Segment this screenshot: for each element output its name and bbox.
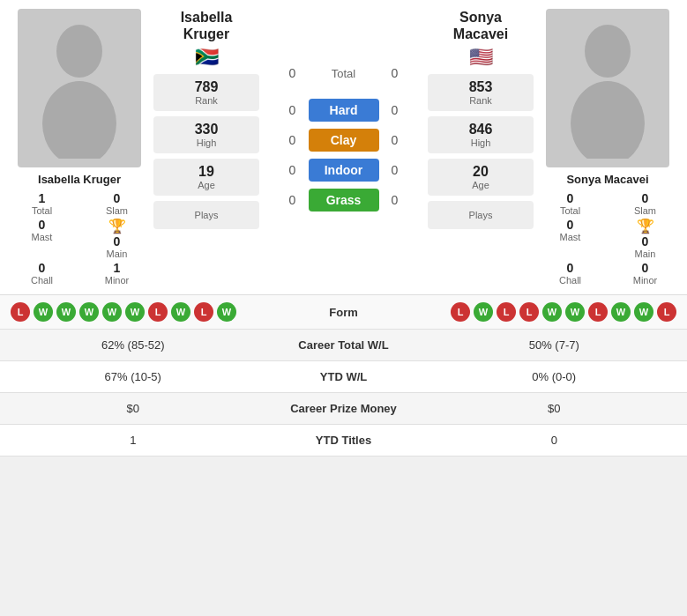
player2-flag: 🇺🇸	[469, 46, 493, 69]
player1-name-center: IsabellaKruger	[181, 9, 233, 42]
player1-main-cell: 🏆 0 Main	[84, 218, 150, 259]
player1-high-value: 330	[168, 122, 245, 137]
player1-high-label: High	[168, 137, 245, 148]
form-label: Form	[256, 306, 432, 319]
hard-right-score: 0	[386, 103, 404, 117]
player1-rank-value: 789	[168, 79, 245, 95]
total-left-score: 0	[284, 66, 302, 80]
stat-center-label: YTD W/L	[256, 370, 432, 383]
form-left: LWWWWWLWLW	[11, 302, 256, 322]
stat-left-value: 67% (10-5)	[11, 370, 256, 383]
stats-row: 62% (85-52)Career Total W/L50% (7-7)	[0, 330, 687, 361]
form-pill-p1: W	[56, 302, 76, 322]
player2-minor-label: Minor	[633, 275, 658, 286]
player2-minor: 0	[642, 261, 649, 275]
player1-minor-label: Minor	[105, 275, 130, 286]
stat-right-value: 0% (0-0)	[432, 370, 677, 383]
indoor-row: 0 Indoor 0	[263, 159, 424, 182]
hard-row: 0 Hard 0	[263, 99, 424, 122]
player1-rank-label: Rank	[168, 95, 245, 106]
stat-right-value: $0	[432, 402, 677, 415]
surfaces-area: 0 Total 0 0 Hard 0 0 Clay 0 0 Indoor 0 0	[263, 9, 424, 286]
player2-main-label: Main	[635, 249, 656, 259]
stat-right-value: 0	[432, 434, 677, 447]
hard-left-score: 0	[284, 103, 302, 117]
grass-badge: Grass	[309, 189, 379, 212]
indoor-left-score: 0	[284, 163, 302, 177]
player2-age-value: 20	[442, 164, 519, 180]
form-right: LWLLWWLWWL	[432, 302, 677, 322]
player1-mast-cell: 0 Mast	[9, 218, 75, 259]
clay-row: 0 Clay 0	[263, 129, 424, 152]
hard-badge: Hard	[309, 99, 379, 122]
player2-plays-box: Plays	[428, 201, 534, 229]
trophy1-icon: 🏆	[108, 218, 126, 234]
player2-slam: 0	[642, 191, 649, 205]
player1-high-box: 330 High	[153, 116, 259, 153]
form-pill-p2: L	[657, 302, 676, 322]
form-pill-p2: W	[634, 302, 653, 322]
bottom-section: LWWWWWLWLW Form LWLLWWLWWL 62% (85-52)Ca…	[0, 294, 687, 456]
form-pill-p2: W	[542, 302, 562, 322]
player2-card: Sonya Macavei 0 Total 0 Slam 0 Mast 🏆 0	[537, 9, 678, 286]
player2-avatar	[546, 9, 669, 167]
player2-total-label: Total	[560, 205, 580, 216]
stat-left-value: 1	[11, 434, 256, 447]
player2-name: Sonya Macavei	[566, 173, 648, 186]
svg-point-0	[56, 25, 102, 78]
form-pill-p2: L	[451, 302, 470, 322]
grass-row: 0 Grass 0	[263, 189, 424, 212]
total-label: Total	[309, 62, 379, 85]
player1-card: Isabella Kruger 1 Total 0 Slam 0 Mast 🏆 …	[9, 9, 150, 286]
stat-center-label: Career Total W/L	[256, 338, 432, 352]
form-pill-p1: W	[171, 302, 190, 322]
player2-plays-label: Plays	[442, 210, 519, 220]
form-pill-p1: L	[148, 302, 168, 322]
player1-chall-cell: 0 Chall	[9, 261, 75, 286]
player1-avatar	[18, 9, 141, 167]
svg-point-2	[585, 25, 631, 78]
player2-mast: 0	[567, 218, 574, 232]
player2-total-cell: 0 Total	[537, 191, 603, 216]
form-pill-p2: W	[474, 302, 493, 322]
player1-chall-label: Chall	[31, 275, 53, 286]
grass-right-score: 0	[386, 193, 404, 207]
form-pill-p2: L	[519, 302, 539, 322]
form-pill-p2: L	[588, 302, 608, 322]
form-pill-p1: W	[217, 302, 236, 322]
player2-slam-cell: 0 Slam	[612, 191, 678, 216]
player2-slam-label: Slam	[634, 205, 656, 216]
form-pill-p1: W	[79, 302, 99, 322]
player1-total: 1	[39, 191, 46, 205]
player1-plays-label: Plays	[168, 210, 245, 220]
player2-name-center: SonyaMacavei	[453, 9, 508, 42]
player2-minor-cell: 0 Minor	[612, 261, 678, 286]
player1-name: Isabella Kruger	[38, 173, 121, 186]
form-row: LWWWWWLWLW Form LWLLWWLWWL	[0, 295, 687, 330]
grass-left-score: 0	[284, 193, 302, 207]
clay-right-score: 0	[386, 133, 404, 147]
form-pill-p1: L	[194, 302, 213, 322]
player1-age-label: Age	[168, 180, 245, 190]
player2-center-stats: SonyaMacavei 🇺🇸 853 Rank 846 High 20 Age…	[428, 9, 534, 286]
player1-plays-box: Plays	[153, 201, 259, 229]
player2-mast-cell: 0 Mast	[537, 218, 603, 259]
player1-main: 0	[114, 234, 121, 249]
player1-chall: 0	[39, 261, 46, 275]
player2-chall-cell: 0 Chall	[537, 261, 603, 286]
player1-rank-box: 789 Rank	[153, 74, 259, 111]
player1-center-stats: IsabellaKruger 🇿🇦 789 Rank 330 High 19 A…	[153, 9, 259, 286]
player1-total-cell: 1 Total	[9, 191, 75, 216]
stat-center-label: Career Prize Money	[256, 402, 432, 415]
player1-minor-cell: 1 Minor	[84, 261, 150, 286]
player1-mast-label: Mast	[32, 232, 53, 242]
stats-row: 67% (10-5)YTD W/L0% (0-0)	[0, 361, 687, 393]
player2-mast-label: Mast	[560, 232, 581, 242]
player2-age-label: Age	[442, 180, 519, 190]
form-pill-p1: W	[102, 302, 122, 322]
total-row: 0 Total 0	[263, 62, 424, 85]
stat-left-value: $0	[11, 402, 256, 415]
player1-slam: 0	[114, 191, 121, 205]
player1-flag: 🇿🇦	[195, 46, 219, 69]
player1-total-label: Total	[32, 205, 52, 216]
